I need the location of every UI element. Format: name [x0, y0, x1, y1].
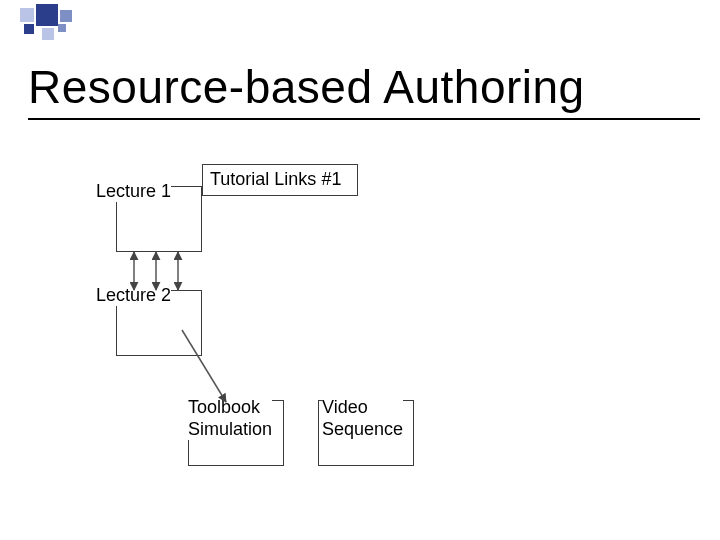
node-video-sequence-label: Video Sequence [322, 396, 403, 440]
node-lecture-2-label: Lecture 2 [96, 284, 171, 306]
slide-title: Resource-based Authoring [28, 60, 585, 114]
slide-corner-decoration [0, 0, 160, 48]
node-tutorial-links-label: Tutorial Links #1 [210, 168, 341, 190]
node-lecture-1-label: Lecture 1 [96, 180, 171, 202]
node-toolbook-simulation-label: Toolbook Simulation [188, 396, 272, 440]
title-underline [28, 118, 700, 120]
